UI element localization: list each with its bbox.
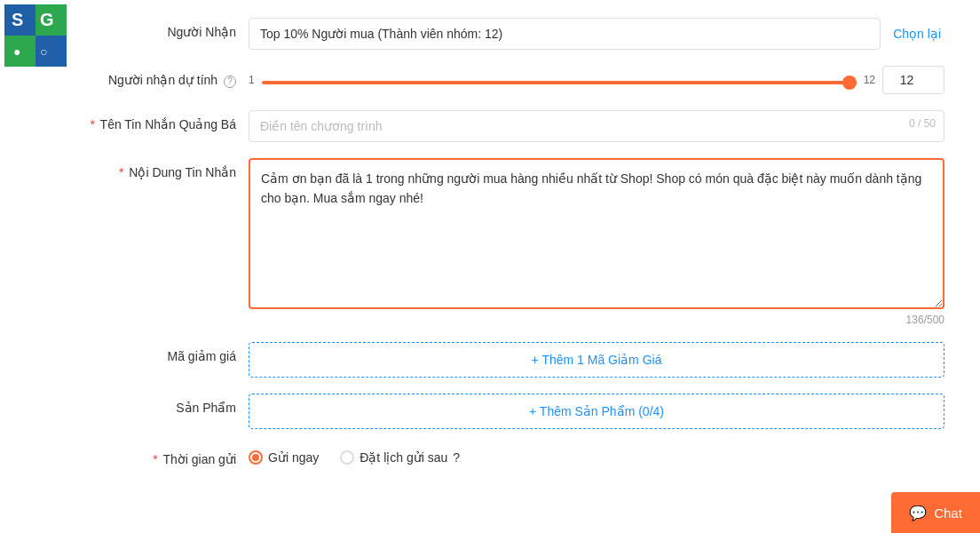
send-time-field: Gửi ngay Đặt lịch gửi sau ? (249, 445, 944, 465)
recipient-row: Người Nhận Chọn lại (89, 18, 944, 50)
send-time-label: * Thời gian gửi (89, 445, 249, 466)
discount-label: Mã giảm giá (89, 342, 249, 363)
campaign-name-label: * Tên Tin Nhắn Quảng Bá (89, 110, 249, 131)
message-label: * Nội Dung Tin Nhắn (89, 158, 249, 179)
recipient-field: Chọn lại (249, 18, 944, 50)
add-product-button[interactable]: + Thêm Sản Phẩm (0/4) (249, 394, 944, 429)
campaign-name-count: 0 / 50 (909, 117, 936, 130)
message-textarea[interactable]: Cảm ơn bạn đã là 1 trong những người mua… (249, 158, 944, 309)
estimate-help-icon[interactable]: ? (224, 76, 236, 88)
campaign-name-row: * Tên Tin Nhắn Quảng Bá 0 / 50 (89, 110, 944, 142)
schedule-label: Đặt lịch gửi sau (360, 450, 447, 465)
svg-text:G: G (40, 10, 54, 29)
discount-row: Mã giảm giá + Thêm 1 Mã Giảm Giá (89, 342, 944, 378)
logo: S G ● ○ (0, 0, 71, 71)
product-row: Sản Phẩm + Thêm Sản Phẩm (0/4) (89, 394, 944, 429)
message-count: 136/500 (249, 314, 944, 326)
recipient-label: Người Nhận (89, 18, 249, 39)
send-time-row: * Thời gian gửi Gửi ngay Đặt lịch gửi sa… (89, 445, 944, 466)
schedule-help-icon[interactable]: ? (453, 450, 460, 465)
svg-text:○: ○ (40, 44, 47, 59)
schedule-radio[interactable] (340, 450, 354, 465)
chon-lai-button[interactable]: Chọn lại (889, 27, 944, 41)
send-now-radio[interactable] (249, 450, 263, 465)
product-field: + Thêm Sản Phẩm (0/4) (249, 394, 944, 429)
estimate-slider[interactable] (262, 81, 857, 84)
estimate-value-input[interactable] (882, 66, 944, 94)
chat-label: Chat (934, 505, 962, 521)
slider-min-label: 1 (249, 74, 255, 86)
estimate-row: Người nhận dự tính ? 1 12 (89, 66, 944, 94)
add-discount-button[interactable]: + Thêm 1 Mã Giảm Giá (249, 342, 944, 378)
schedule-option[interactable]: Đặt lịch gửi sau ? (340, 450, 460, 465)
message-field: Cảm ơn bạn đã là 1 trong những người mua… (249, 158, 944, 326)
recipient-input[interactable] (249, 18, 881, 50)
send-now-label: Gửi ngay (268, 450, 319, 465)
discount-field: + Thêm 1 Mã Giảm Giá (249, 342, 944, 378)
send-now-option[interactable]: Gửi ngay (249, 450, 319, 465)
campaign-name-input[interactable] (249, 110, 944, 142)
svg-text:S: S (12, 10, 23, 29)
chat-widget[interactable]: 💬 Chat (891, 492, 980, 533)
estimate-field: 1 12 (249, 66, 944, 94)
svg-text:●: ● (13, 44, 20, 59)
campaign-name-field: 0 / 50 (249, 110, 944, 142)
chat-icon: 💬 (909, 505, 927, 521)
slider-max-label: 12 (864, 74, 875, 86)
estimate-label: Người nhận dự tính ? (89, 66, 249, 88)
message-row: * Nội Dung Tin Nhắn Cảm ơn bạn đã là 1 t… (89, 158, 944, 326)
product-label: Sản Phẩm (89, 394, 249, 415)
